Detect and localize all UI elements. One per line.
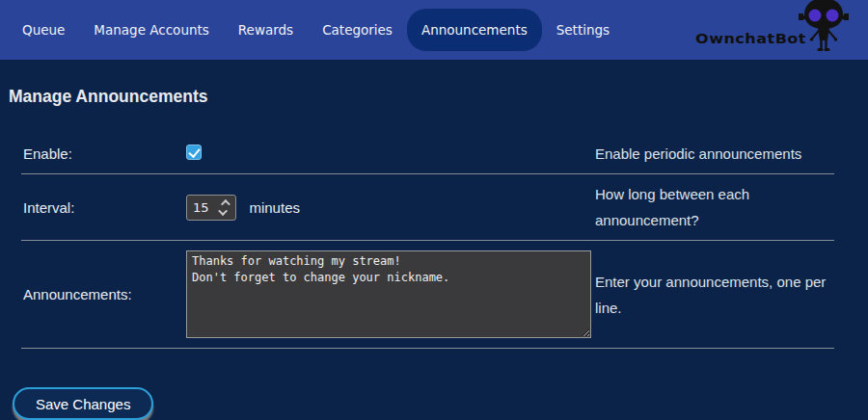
page-title: Manage Announcements bbox=[9, 87, 868, 107]
interval-unit-label: minutes bbox=[249, 199, 300, 216]
enable-label: Enable: bbox=[21, 145, 186, 162]
announcements-textarea[interactable]: Thanks for watching my stream! Don't for… bbox=[186, 250, 591, 338]
save-changes-button[interactable]: Save Changes bbox=[13, 387, 153, 420]
interval-help-text: How long between each announcement? bbox=[595, 181, 834, 233]
enable-help-text: Enable periodic announcements bbox=[595, 141, 834, 167]
interval-spinner[interactable] bbox=[214, 196, 235, 220]
announcements-label: Announcements: bbox=[21, 286, 186, 302]
enable-row: Enable: Enable periodic announcements bbox=[21, 134, 834, 174]
interval-label: Interval: bbox=[21, 199, 186, 216]
logo-text: OwnchatBot bbox=[695, 31, 806, 47]
enable-checkbox[interactable] bbox=[186, 144, 202, 160]
nav-item-manage-accounts[interactable]: Manage Accounts bbox=[79, 9, 223, 51]
nav-item-settings[interactable]: Settings bbox=[542, 9, 624, 51]
announcements-help-text: Enter your announcements, one per line. bbox=[595, 269, 834, 321]
nav-item-categories[interactable]: Categories bbox=[308, 9, 407, 51]
announcements-row: Announcements: Thanks for watching my st… bbox=[21, 241, 834, 349]
interval-input-wrap bbox=[186, 195, 236, 221]
nav-item-queue[interactable]: Queue bbox=[8, 9, 79, 51]
interval-row: Interval: minutes How long between each … bbox=[21, 174, 834, 241]
nav-item-announcements[interactable]: Announcements bbox=[407, 9, 542, 51]
interval-input[interactable] bbox=[187, 196, 214, 220]
announcements-form: Enable: Enable periodic announcements In… bbox=[21, 134, 834, 349]
top-navbar: Queue Manage Accounts Rewards Categories… bbox=[0, 0, 868, 60]
robot-mascot-icon bbox=[799, 0, 851, 52]
ownchatbot-logo: OwnchatBot bbox=[695, 0, 851, 60]
page-content: Manage Announcements Enable: Enable peri… bbox=[0, 60, 868, 420]
nav-item-rewards[interactable]: Rewards bbox=[224, 9, 308, 51]
